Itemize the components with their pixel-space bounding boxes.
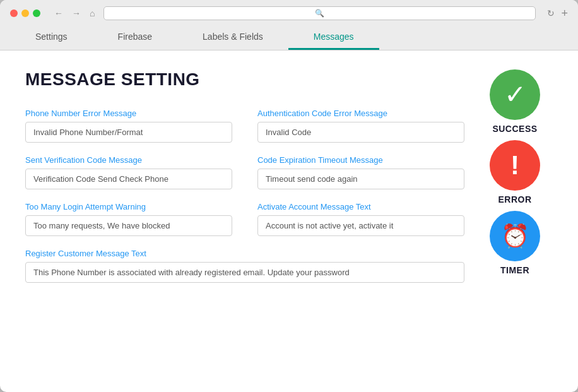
success-circle: ✓ (490, 69, 540, 120)
form-group-sent-verification: Sent Verification Code Message (25, 155, 232, 189)
tab-settings[interactable]: Settings (10, 25, 93, 50)
tab-messages[interactable]: Messages (288, 25, 379, 50)
tab-bar: Settings Firebase Labels & Fields Messag… (10, 25, 568, 50)
tab-labels-fields[interactable]: Labels & Fields (177, 25, 288, 50)
input-too-many-login[interactable] (25, 215, 232, 236)
label-activate-account: Activate Account Message Text (257, 202, 464, 211)
error-label: ERROR (498, 194, 531, 205)
refresh-button[interactable]: ↻ (547, 8, 555, 18)
checkmark-icon: ✓ (504, 81, 526, 108)
nav-buttons: ← → ⌂ (52, 7, 97, 20)
traffic-lights (10, 9, 40, 17)
form-group-activate-account: Activate Account Message Text (257, 202, 464, 236)
right-section: ✓ SUCCESS ! ERROR ⏰ TIMER (464, 69, 553, 283)
minimize-button[interactable] (21, 9, 29, 17)
label-phone-error: Phone Number Error Message (25, 109, 232, 118)
timer-icon-item: ⏰ TIMER (490, 211, 540, 275)
search-icon: 🔍 (315, 9, 324, 18)
timer-label: TIMER (500, 265, 529, 275)
alarm-clock-icon: ⏰ (501, 223, 529, 249)
input-sent-verification[interactable] (25, 169, 232, 189)
form-group-register-customer: Register Customer Message Text (25, 249, 464, 283)
back-button[interactable]: ← (52, 7, 66, 20)
page-title: MESSAGE SETTING (25, 69, 464, 90)
address-bar[interactable]: 🔍 (103, 6, 536, 20)
form-group-code-expiration: Code Expiration Timeout Message (257, 155, 464, 189)
form-group-auth-error: Authentication Code Error Message (257, 109, 464, 143)
titlebar: ← → ⌂ 🔍 ↻ + (10, 6, 568, 20)
label-code-expiration: Code Expiration Timeout Message (257, 155, 464, 165)
error-icon-item: ! ERROR (490, 140, 540, 205)
label-register-customer: Register Customer Message Text (25, 249, 464, 258)
input-phone-error[interactable] (25, 122, 232, 143)
form-group-phone-error: Phone Number Error Message (25, 109, 232, 143)
browser-window: ← → ⌂ 🔍 ↻ + Settings Firebase Labels & F… (0, 0, 578, 392)
label-too-many-login: Too Many Login Attempt Warning (25, 202, 232, 211)
input-auth-error[interactable] (257, 122, 464, 143)
main-section: MESSAGE SETTING Phone Number Error Messa… (25, 69, 464, 283)
timer-circle: ⏰ (490, 211, 540, 261)
label-auth-error: Authentication Code Error Message (257, 109, 464, 118)
maximize-button[interactable] (33, 9, 40, 17)
page-content: MESSAGE SETTING Phone Number Error Messa… (0, 50, 578, 302)
forward-button[interactable]: → (69, 7, 83, 20)
input-code-expiration[interactable] (257, 169, 464, 189)
success-label: SUCCESS (492, 124, 537, 134)
new-tab-button[interactable]: + (561, 7, 568, 20)
home-button[interactable]: ⌂ (87, 7, 97, 20)
success-icon-item: ✓ SUCCESS (490, 69, 540, 134)
input-activate-account[interactable] (257, 215, 464, 236)
exclamation-icon: ! (510, 152, 519, 179)
browser-chrome: ← → ⌂ 🔍 ↻ + Settings Firebase Labels & F… (0, 0, 578, 50)
label-sent-verification: Sent Verification Code Message (25, 155, 232, 165)
input-register-customer[interactable] (25, 262, 464, 283)
error-circle: ! (490, 140, 540, 191)
tab-firebase[interactable]: Firebase (93, 25, 177, 50)
form-grid: Phone Number Error Message Authenticatio… (25, 109, 464, 283)
close-button[interactable] (10, 9, 18, 17)
form-group-too-many-login: Too Many Login Attempt Warning (25, 202, 232, 236)
